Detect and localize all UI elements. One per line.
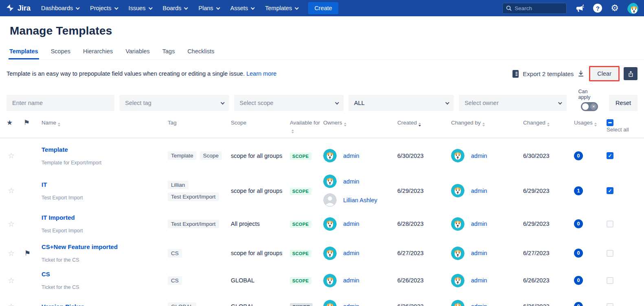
row-checkbox[interactable]: ✓ (607, 187, 613, 194)
column-header-changed-by[interactable]: Changed by (451, 118, 523, 127)
column-header-changed[interactable]: Changed (523, 118, 574, 127)
scope-filter-select[interactable]: Select scope (234, 95, 344, 111)
star-icon[interactable]: ☆ (7, 186, 15, 195)
changed-by-avatar[interactable] (451, 149, 464, 162)
row-checkbox[interactable] (607, 221, 613, 227)
owner-link[interactable]: admin (343, 153, 359, 159)
sort-icon[interactable] (594, 122, 597, 127)
row-checkbox[interactable] (607, 303, 613, 306)
owner-avatar[interactable] (323, 247, 337, 260)
owner-avatar-generic[interactable] (323, 193, 337, 207)
sort-icon[interactable] (418, 122, 421, 127)
nav-item-assets[interactable]: Assets (230, 5, 254, 11)
column-header-usages[interactable]: Usages (574, 118, 607, 127)
row-checkbox[interactable]: ✓ (607, 152, 613, 159)
annotation-highlight: Clear (589, 66, 620, 81)
tab-checklists[interactable]: Checklists (186, 48, 215, 59)
select-all-checkbox[interactable] (607, 119, 613, 126)
template-name-link[interactable]: Template (42, 146, 68, 153)
create-button[interactable]: Create (308, 2, 338, 14)
owner-avatar[interactable] (323, 217, 337, 231)
nav-item-projects[interactable]: Projects (90, 5, 117, 11)
changed-by-avatar[interactable] (451, 300, 464, 306)
tab-templates[interactable]: Templates (9, 48, 39, 59)
star-icon[interactable]: ☆ (7, 249, 15, 258)
owner-filter-select[interactable]: Select owner (459, 95, 567, 111)
row-checkbox[interactable] (607, 277, 613, 284)
tab-scopes[interactable]: Scopes (50, 48, 71, 59)
changed-by-link[interactable]: admin (471, 188, 487, 194)
changed-by-link[interactable]: admin (471, 277, 487, 284)
owner-avatar[interactable] (323, 175, 337, 188)
owner-link[interactable]: admin (343, 178, 359, 185)
select-cell (607, 277, 637, 284)
available-for-badge: SCOPE (290, 250, 311, 257)
changed-by-avatar[interactable] (451, 247, 464, 260)
download-icon[interactable] (577, 70, 585, 78)
changed-by-avatar[interactable] (451, 184, 464, 197)
export-templates-button[interactable]: Export 2 templates (512, 70, 585, 78)
changed-by-link[interactable]: admin (471, 303, 487, 306)
sort-icon[interactable] (344, 122, 346, 127)
owner-link[interactable]: admin (343, 250, 359, 256)
column-header-created[interactable]: Created (397, 118, 451, 127)
changed-by-avatar[interactable] (451, 274, 464, 287)
template-name-link[interactable]: IT Imported (42, 214, 75, 221)
sort-icon[interactable] (482, 122, 485, 127)
column-header-name[interactable]: Name (42, 118, 168, 127)
tag-filter-select[interactable]: Select tag (119, 95, 229, 111)
column-header-available-for[interactable]: Available for (290, 118, 323, 133)
sort-icon[interactable] (547, 122, 550, 127)
star-icon[interactable]: ☆ (7, 302, 15, 306)
nav-item-templates[interactable]: Templates (265, 5, 298, 11)
owner-link[interactable]: Lillian Ashley (343, 197, 377, 203)
search-box[interactable] (502, 3, 567, 14)
changed-by-link[interactable]: admin (471, 250, 487, 256)
owner-link[interactable]: admin (343, 221, 359, 227)
owner-avatar[interactable] (323, 149, 337, 162)
changed-by-link[interactable]: admin (471, 221, 487, 227)
changed-by-link[interactable]: admin (471, 153, 487, 159)
announcements-icon[interactable] (575, 4, 585, 13)
nav-item-issues[interactable]: Issues (129, 5, 151, 11)
owner-link[interactable]: admin (343, 277, 359, 284)
search-input[interactable] (515, 5, 559, 11)
learn-more-link[interactable]: Learn more (246, 70, 276, 77)
name-filter-input[interactable] (12, 100, 109, 106)
column-header-owners[interactable]: Owners (323, 118, 397, 127)
template-name-link[interactable]: CS (42, 271, 50, 278)
gear-icon[interactable]: ⚙ (611, 4, 619, 13)
nav-item-boards[interactable]: Boards (163, 5, 187, 11)
reset-button[interactable]: Reset (609, 95, 637, 111)
type-filter-select[interactable]: ALL (348, 95, 454, 111)
star-icon[interactable]: ☆ (7, 220, 15, 228)
tab-variables[interactable]: Variables (125, 48, 150, 59)
tab-hierarchies[interactable]: Hierarchies (82, 48, 114, 59)
template-name-link[interactable]: IT (42, 181, 47, 188)
name-filter (7, 95, 114, 111)
tab-tags[interactable]: Tags (162, 48, 176, 59)
star-icon[interactable]: ☆ (7, 151, 15, 160)
template-name-link[interactable]: CS+New Feature imported (42, 243, 118, 250)
nav-item-dashboards[interactable]: Dashboards (41, 5, 79, 11)
clear-button[interactable]: Clear (591, 68, 618, 80)
owner-avatar[interactable] (323, 274, 337, 287)
nav-item-plans[interactable]: Plans (198, 5, 219, 11)
star-icon[interactable]: ☆ (7, 276, 15, 285)
owner-link[interactable]: admin (343, 303, 359, 306)
sort-icon[interactable] (58, 122, 60, 127)
favorite-column-icon[interactable]: ★ (7, 118, 24, 126)
help-icon[interactable]: ? (593, 4, 602, 13)
can-apply-toggle[interactable]: ✕ (581, 102, 598, 111)
share-button[interactable] (624, 67, 637, 80)
user-avatar[interactable] (627, 3, 638, 14)
flag-icon[interactable]: ⚑ (24, 249, 31, 257)
flag-column-icon[interactable]: ⚑ (24, 118, 42, 126)
changed-by-avatar[interactable] (451, 217, 464, 231)
row-checkbox[interactable] (607, 250, 613, 257)
sort-icon[interactable] (291, 129, 294, 133)
template-name-link[interactable]: Version Picker (42, 303, 83, 306)
favorite-cell: ☆ (7, 151, 24, 160)
owner-avatar[interactable] (323, 300, 337, 306)
jira-logo[interactable]: Jira (6, 4, 31, 13)
